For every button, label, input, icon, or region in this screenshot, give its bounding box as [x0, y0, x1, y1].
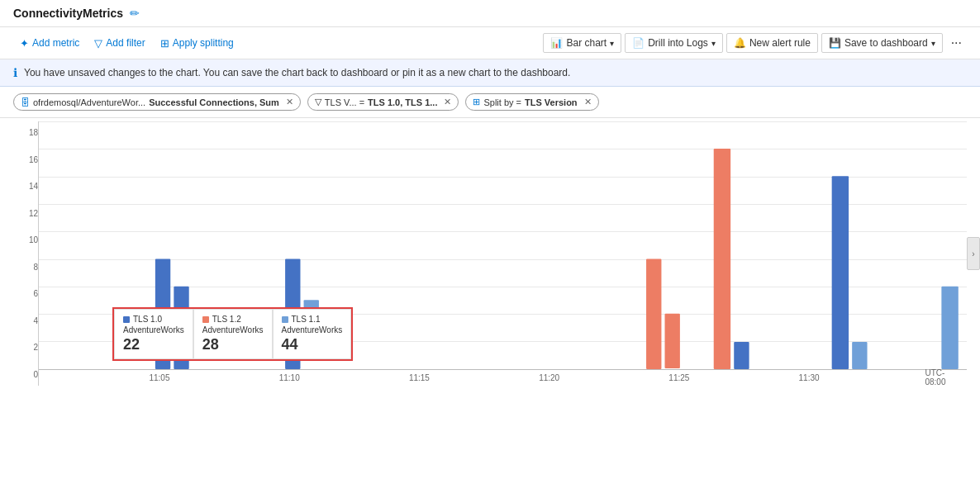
tls-filter-bold: TLS 1.0, TLS 1... — [368, 97, 437, 107]
tls10-db-label: AdventureWorks — [123, 325, 184, 334]
tls-filter-close[interactable]: ✕ — [444, 97, 451, 107]
filter-bar: 🗄 ofrdemosql/AdventureWor... Successful … — [0, 87, 980, 118]
svg-rect-6 — [665, 314, 680, 368]
toolbar-left: ✦ Add metric ▽ Add filter ⊞ Apply splitt… — [13, 34, 540, 53]
split-filter-pill[interactable]: ⊞ Split by = TLS Version ✕ — [465, 93, 598, 111]
x-label-1110: 11:10 — [279, 373, 300, 382]
tls12-value: 28 — [202, 336, 264, 353]
metric-filter-close[interactable]: ✕ — [286, 97, 293, 107]
filter-icon: ▽ — [94, 37, 102, 50]
tls11-dot — [282, 316, 288, 323]
svg-rect-9 — [832, 176, 849, 369]
save-icon: 💾 — [829, 37, 841, 49]
split-icon: ⊞ — [473, 97, 480, 107]
split-filter-text: Split by = — [483, 97, 521, 107]
bar-chart-icon: 📊 — [550, 37, 563, 49]
tls10-value: 22 — [123, 336, 184, 353]
metric-filter-bold: Successful Connections, Sum — [149, 97, 279, 107]
info-icon: ℹ — [13, 66, 17, 79]
page-title: ConnectivityMetrics — [13, 7, 123, 20]
x-label-1105: 11:05 — [149, 373, 169, 382]
add-metric-icon: ✦ — [20, 37, 29, 50]
svg-rect-7 — [714, 149, 730, 369]
tls12-series-label: TLS 1.2 — [212, 315, 241, 324]
x-label-1120: 11:20 — [539, 373, 559, 382]
tls12-db-label: AdventureWorks — [202, 325, 264, 334]
x-label-utc: UTC-08:00 — [925, 368, 953, 387]
metric-filter-text: ofrdemosql/AdventureWor... — [33, 97, 145, 107]
y-label: 16 — [29, 155, 38, 164]
apply-splitting-button[interactable]: ⊞ Apply splitting — [154, 34, 240, 53]
svg-rect-8 — [734, 342, 749, 369]
title-bar: ConnectivityMetrics ✏ — [0, 0, 980, 27]
tooltip-tls10: TLS 1.0 AdventureWorks 22 — [114, 309, 193, 359]
y-axis: 18 16 14 12 10 8 6 4 2 0 — [13, 121, 38, 386]
toolbar-right: 📊 Bar chart ▾ 📄 Drill into Logs ▾ 🔔 New … — [543, 32, 967, 54]
save-chevron: ▾ — [931, 39, 935, 48]
x-label-1125: 11:25 — [668, 373, 689, 382]
tooltip-tls11: TLS 1.1 AdventureWorks 44 — [273, 309, 352, 359]
chart-wrapper: 18 16 14 12 10 8 6 4 2 0 — [0, 121, 980, 386]
split-filter-close[interactable]: ✕ — [584, 97, 592, 107]
tls10-dot — [123, 316, 130, 323]
alert-icon: 🔔 — [734, 37, 746, 49]
drill-into-logs-button[interactable]: 📄 Drill into Logs ▾ — [625, 33, 723, 53]
drill-chevron: ▾ — [711, 39, 716, 48]
svg-rect-11 — [941, 287, 958, 369]
metric-filter-pill[interactable]: 🗄 ofrdemosql/AdventureWor... Successful … — [13, 93, 301, 111]
add-filter-button[interactable]: ▽ Add filter — [88, 34, 151, 53]
x-label-1115: 11:15 — [409, 373, 430, 382]
drill-icon: 📄 — [632, 37, 645, 49]
split-filter-bold: TLS Version — [525, 97, 578, 107]
tls11-series-label: TLS 1.1 — [292, 315, 321, 324]
tls12-dot — [202, 316, 209, 323]
bar-chart-chevron: ▾ — [610, 39, 614, 48]
info-banner: ℹ You have unsaved changes to the chart.… — [0, 59, 980, 87]
db-icon: 🗄 — [21, 97, 30, 107]
x-label-1130: 11:30 — [799, 373, 820, 382]
splitting-icon: ⊞ — [160, 37, 169, 50]
bar-chart-button[interactable]: 📊 Bar chart ▾ — [543, 33, 621, 53]
tls11-value: 44 — [282, 336, 343, 353]
y-label: 12 — [29, 209, 38, 218]
tls-filter-pill[interactable]: ▽ TLS V... = TLS 1.0, TLS 1... ✕ — [307, 93, 459, 111]
x-axis: 11:05 11:10 11:15 11:20 11:25 11:30 UTC-… — [39, 369, 967, 386]
tooltip-box: TLS 1.0 AdventureWorks 22 TLS 1.2 Advent… — [112, 307, 353, 361]
more-options-button[interactable]: ··· — [946, 32, 967, 54]
add-metric-button[interactable]: ✦ Add metric — [13, 34, 86, 53]
tls11-db-label: AdventureWorks — [282, 325, 343, 334]
collapse-button[interactable]: › — [967, 237, 980, 270]
edit-icon[interactable]: ✏ — [130, 7, 140, 20]
new-alert-rule-button[interactable]: 🔔 New alert rule — [726, 33, 818, 53]
y-label: 10 — [29, 235, 38, 244]
save-to-dashboard-button[interactable]: 💾 Save to dashboard ▾ — [821, 33, 943, 53]
tls10-series-label: TLS 1.0 — [133, 315, 162, 324]
y-label: 14 — [29, 182, 38, 191]
svg-rect-5 — [646, 259, 661, 369]
y-label: 18 — [29, 128, 38, 137]
info-banner-text: You have unsaved changes to the chart. Y… — [24, 67, 570, 78]
tls-filter-icon: ▽ — [315, 97, 321, 107]
tooltip-tls12: TLS 1.2 AdventureWorks 28 — [193, 309, 273, 359]
svg-rect-10 — [852, 342, 867, 369]
toolbar: ✦ Add metric ▽ Add filter ⊞ Apply splitt… — [0, 27, 980, 59]
tls-filter-text: TLS V... = — [325, 97, 364, 107]
